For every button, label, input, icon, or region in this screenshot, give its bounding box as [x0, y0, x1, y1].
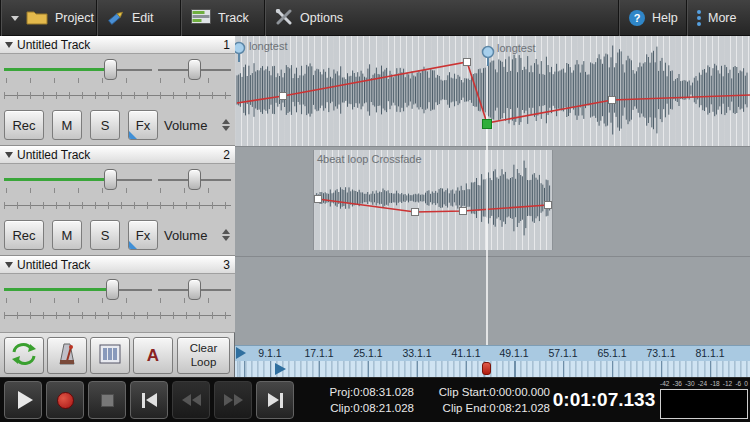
- timeline-bar-numbers[interactable]: 9.1.1 17.1.1 25.1.1 33.1.1 41.1.1 49.1.1…: [235, 345, 750, 361]
- skip-to-start-button[interactable]: [130, 381, 168, 419]
- skip-to-end-button[interactable]: [256, 381, 294, 419]
- clear-loop-button[interactable]: Clear Loop: [177, 337, 230, 374]
- skip-start-icon: [142, 393, 157, 408]
- tools-icon: [275, 9, 293, 28]
- play-button[interactable]: [4, 381, 42, 419]
- stop-button[interactable]: [88, 381, 126, 419]
- project-menu-button[interactable]: Project: [0, 0, 96, 36]
- mute-button[interactable]: M: [52, 220, 82, 250]
- loop-arrows-icon: [11, 343, 37, 369]
- arrangement-area[interactable]: longtest longtest 4beat loop Crossfade: [235, 36, 750, 345]
- bar-label: 65.1.1: [590, 347, 634, 359]
- collapse-track-icon[interactable]: [5, 42, 13, 48]
- pan-slider-handle[interactable]: [188, 169, 201, 190]
- clip-label: 4beat loop Crossfade: [317, 153, 422, 165]
- rec-button[interactable]: Rec: [4, 110, 44, 140]
- volume-slider-handle[interactable]: [106, 279, 119, 300]
- more-dots-icon: [697, 10, 701, 26]
- clip-time: Clip:0:08:21.028: [298, 400, 414, 416]
- bottom-left-toolbar: A Clear Loop: [0, 332, 235, 377]
- pan-slider[interactable]: [158, 56, 231, 84]
- audio-clip[interactable]: [235, 36, 750, 146]
- meter-scale: -42 -36 -30 -24 -18 -12 -6 0: [660, 380, 748, 388]
- envelope-param-selector[interactable]: Volume: [164, 220, 232, 250]
- clip-label: longtest: [497, 42, 536, 54]
- track-list-icon: [191, 9, 211, 27]
- record-button[interactable]: [46, 381, 84, 419]
- meter-tick-label: -24: [698, 380, 707, 388]
- help-label: Help: [652, 11, 678, 25]
- help-button[interactable]: ? Help: [618, 0, 686, 36]
- meter-tick-label: -36: [673, 380, 682, 388]
- bar-label: 41.1.1: [444, 347, 488, 359]
- letter-a-icon: A: [147, 346, 159, 366]
- edit-menu-button[interactable]: Edit: [96, 0, 180, 36]
- track-buttons-row: Rec M S Fx Volume: [0, 108, 235, 142]
- param-label: Volume: [164, 118, 207, 133]
- mute-button[interactable]: M: [52, 110, 82, 140]
- pan-slider-handle[interactable]: [188, 279, 201, 300]
- volume-slider[interactable]: [4, 56, 152, 84]
- slider-ticks: [6, 78, 150, 83]
- bar-label: 33.1.1: [395, 347, 439, 359]
- track-header[interactable]: Untitled Track 1: [0, 36, 235, 54]
- help-icon: ?: [629, 10, 645, 26]
- transport-bar: Proj:0:08:31.028 Clip:0:08:21.028 Clip S…: [0, 377, 750, 422]
- meter-tick-label: 0: [744, 380, 748, 388]
- track-ruler[interactable]: [4, 86, 231, 104]
- record-icon: [57, 392, 74, 409]
- track-header[interactable]: Untitled Track 2: [0, 146, 235, 164]
- volume-slider-handle[interactable]: [104, 59, 117, 80]
- pan-slider[interactable]: [158, 166, 231, 194]
- bar-label: 73.1.1: [639, 347, 683, 359]
- more-label: More: [708, 11, 736, 25]
- track-header[interactable]: Untitled Track 3: [0, 256, 235, 274]
- level-meter: -42 -36 -30 -24 -18 -12 -6 0: [660, 380, 748, 419]
- options-menu-button[interactable]: Options: [264, 0, 352, 36]
- volume-slider[interactable]: [4, 276, 152, 304]
- timeline-ticks[interactable]: [235, 361, 750, 377]
- track-buttons-row: Rec M S Fx Volume: [0, 218, 235, 252]
- sync-loop-button[interactable]: [4, 337, 44, 374]
- rewind-button[interactable]: [172, 381, 210, 419]
- rec-button[interactable]: Rec: [4, 220, 44, 250]
- more-button[interactable]: More: [686, 0, 750, 36]
- collapse-track-icon[interactable]: [5, 152, 13, 158]
- meter-tick-label: -12: [723, 380, 732, 388]
- param-label: Volume: [164, 228, 207, 243]
- solo-button[interactable]: S: [90, 220, 120, 250]
- track-ruler[interactable]: [4, 196, 231, 214]
- track-menu-button[interactable]: Track: [180, 0, 264, 36]
- bar-label: 25.1.1: [346, 347, 390, 359]
- meter-tick-label: -6: [735, 380, 741, 388]
- playhead-handle[interactable]: [482, 362, 491, 375]
- auto-punch-button[interactable]: A: [133, 337, 173, 374]
- fx-label: Fx: [136, 118, 150, 133]
- solo-button[interactable]: S: [90, 110, 120, 140]
- fx-button[interactable]: Fx: [128, 220, 158, 250]
- spinner-icon[interactable]: [222, 119, 232, 131]
- loop-start-marker[interactable]: [275, 363, 286, 375]
- slider-fill: [4, 178, 108, 181]
- spinner-icon[interactable]: [222, 229, 232, 241]
- track-ruler[interactable]: [4, 306, 231, 324]
- main-time-display: 0:01:07.133: [552, 389, 656, 411]
- timeline[interactable]: 9.1.1 17.1.1 25.1.1 33.1.1 41.1.1 49.1.1…: [235, 345, 750, 377]
- grid-view-button[interactable]: [90, 337, 130, 374]
- slider-row: [0, 276, 235, 304]
- volume-slider[interactable]: [4, 166, 152, 194]
- pan-slider-handle[interactable]: [188, 59, 201, 80]
- folder-icon: [26, 9, 48, 28]
- collapse-track-icon[interactable]: [5, 262, 13, 268]
- fast-forward-button[interactable]: [214, 381, 252, 419]
- pan-slider[interactable]: [158, 276, 231, 304]
- volume-slider-handle[interactable]: [104, 169, 117, 190]
- slider-fill: [4, 288, 110, 291]
- metronome-button[interactable]: [47, 337, 87, 374]
- track-panel: Untitled Track 1 Rec M: [0, 36, 235, 332]
- envelope-param-selector[interactable]: Volume: [164, 110, 232, 140]
- fx-button[interactable]: Fx: [128, 110, 158, 140]
- audio-clip[interactable]: [313, 150, 553, 250]
- meter-tick-label: -30: [685, 380, 694, 388]
- bar-label: 49.1.1: [492, 347, 536, 359]
